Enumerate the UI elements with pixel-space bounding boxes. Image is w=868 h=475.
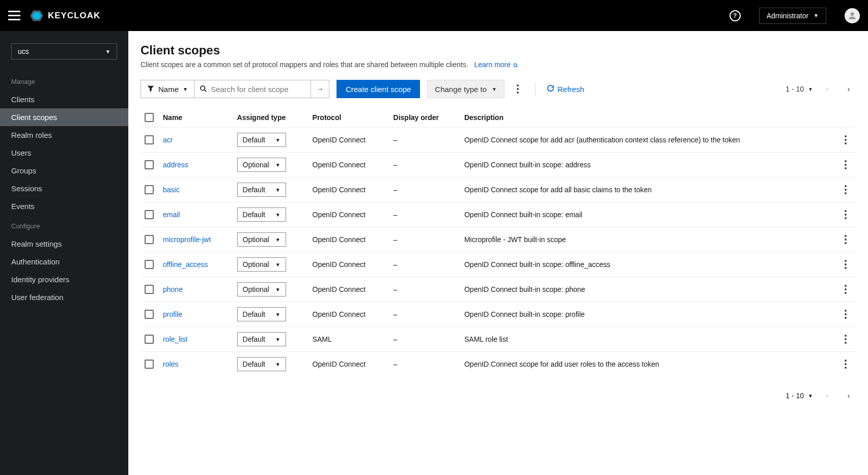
caret-down-icon: ▼ — [105, 49, 110, 54]
col-display-order: Display order — [389, 108, 460, 128]
row-checkbox[interactable] — [145, 185, 154, 194]
caret-down-icon: ▼ — [275, 312, 281, 317]
row-checkbox[interactable] — [145, 310, 154, 319]
table-row: profile Default ▼ OpenID Connect – OpenI… — [141, 302, 856, 327]
caret-down-icon: ▼ — [275, 287, 281, 292]
scope-name-link[interactable]: microprofile-jwt — [163, 235, 211, 244]
filter-label: Name — [158, 85, 179, 94]
top-pager: 1 - 10 ▼ ‹ › — [786, 82, 856, 96]
page-range-dropdown[interactable]: 1 - 10 ▼ — [786, 392, 813, 400]
user-menu[interactable]: Administrator ▼ — [759, 8, 826, 24]
refresh-button[interactable]: Refresh — [547, 84, 584, 94]
protocol-cell: OpenID Connect — [309, 352, 389, 377]
pager-next-button[interactable]: › — [842, 82, 856, 96]
assigned-type-select[interactable]: Default ▼ — [237, 133, 286, 147]
realm-selected-value: ucs — [18, 47, 29, 55]
chevron-left-icon: ‹ — [826, 392, 829, 400]
search-box — [194, 80, 311, 98]
row-checkbox[interactable] — [145, 335, 154, 344]
row-kebab-menu[interactable] — [839, 135, 852, 144]
brand-logo[interactable]: KEYCLOAK — [30, 9, 100, 23]
row-kebab-menu[interactable] — [839, 210, 852, 219]
protocol-cell: OpenID Connect — [309, 227, 389, 252]
scope-name-link[interactable]: profile — [163, 310, 182, 318]
protocol-cell: SAML — [309, 327, 389, 352]
assigned-type-select[interactable]: Optional ▼ — [237, 282, 286, 296]
assigned-type-select[interactable]: Default ▼ — [237, 183, 286, 197]
toolbar-kebab-menu[interactable] — [512, 84, 524, 94]
sidebar-item-authentication[interactable]: Authentication — [0, 253, 128, 271]
sidebar-item-groups[interactable]: Groups — [0, 162, 128, 180]
assigned-type-select[interactable]: Default ▼ — [237, 332, 286, 346]
row-kebab-menu[interactable] — [839, 185, 852, 194]
row-checkbox[interactable] — [145, 360, 154, 369]
scope-name-link[interactable]: role_list — [163, 335, 187, 343]
search-submit-button[interactable]: → — [311, 80, 329, 98]
keycloak-logo-icon — [30, 9, 44, 23]
assigned-type-select[interactable]: Optional ▼ — [237, 158, 286, 172]
row-checkbox[interactable] — [145, 260, 154, 269]
filter-group: Name ▼ → — [141, 80, 329, 98]
filter-dropdown[interactable]: Name ▼ — [141, 80, 194, 98]
row-checkbox[interactable] — [145, 235, 154, 244]
row-kebab-menu[interactable] — [839, 335, 852, 344]
realm-selector[interactable]: ucs ▼ — [11, 43, 117, 60]
col-description: Description — [460, 108, 835, 128]
table-row: phone Optional ▼ OpenID Connect – OpenID… — [141, 277, 856, 302]
row-checkbox[interactable] — [145, 285, 154, 294]
pager-prev-button[interactable]: ‹ — [820, 82, 834, 96]
table-row: acr Default ▼ OpenID Connect – OpenID Co… — [141, 128, 856, 153]
sidebar-item-sessions[interactable]: Sessions — [0, 180, 128, 197]
table-row: role_list Default ▼ SAML – SAML role lis… — [141, 327, 856, 352]
sidebar-item-identity-providers[interactable]: Identity providers — [0, 271, 128, 288]
row-kebab-menu[interactable] — [839, 285, 852, 294]
pager-prev-button[interactable]: ‹ — [820, 389, 834, 403]
page-title: Client scopes — [141, 43, 856, 57]
scope-name-link[interactable]: email — [163, 211, 180, 219]
scope-name-link[interactable]: phone — [163, 285, 183, 293]
sidebar-item-realm-roles[interactable]: Realm roles — [0, 126, 128, 144]
learn-more-link[interactable]: Learn more ⧉ — [474, 61, 518, 69]
sidebar-item-user-federation[interactable]: User federation — [0, 288, 128, 306]
row-kebab-menu[interactable] — [839, 310, 852, 319]
caret-down-icon: ▼ — [275, 362, 281, 367]
page-range-dropdown[interactable]: 1 - 10 ▼ — [786, 85, 813, 93]
pager-next-button[interactable]: › — [842, 389, 856, 403]
col-protocol: Protocol — [309, 108, 389, 128]
assigned-type-select[interactable]: Optional ▼ — [237, 257, 286, 272]
scope-name-link[interactable]: basic — [163, 186, 180, 194]
row-kebab-menu[interactable] — [839, 260, 852, 269]
row-checkbox[interactable] — [145, 160, 154, 169]
assigned-type-select[interactable]: Optional ▼ — [237, 232, 286, 247]
sidebar-item-client-scopes[interactable]: Client scopes — [0, 108, 128, 126]
display-order-cell: – — [389, 227, 460, 252]
assigned-type-select[interactable]: Default ▼ — [237, 307, 286, 321]
help-icon[interactable]: ? — [730, 10, 741, 21]
scope-name-link[interactable]: address — [163, 161, 188, 169]
sidebar-section-configure: Configure — [0, 215, 128, 235]
description-cell: OpenID Connect built-in scope: email — [460, 202, 835, 227]
sidebar-item-clients[interactable]: Clients — [0, 91, 128, 108]
caret-down-icon: ▼ — [275, 162, 281, 168]
create-client-scope-button[interactable]: Create client scope — [337, 80, 420, 98]
scope-name-link[interactable]: acr — [163, 136, 173, 144]
assigned-type-select[interactable]: Default ▼ — [237, 207, 286, 222]
change-type-dropdown[interactable]: Change type to ▼ — [427, 80, 505, 98]
row-kebab-menu[interactable] — [839, 235, 852, 244]
sidebar-item-realm-settings[interactable]: Realm settings — [0, 235, 128, 253]
row-checkbox[interactable] — [145, 135, 154, 144]
search-input[interactable] — [211, 85, 307, 94]
row-kebab-menu[interactable] — [839, 160, 852, 169]
select-all-checkbox[interactable] — [145, 113, 154, 122]
sidebar-item-events[interactable]: Events — [0, 197, 128, 215]
caret-down-icon: ▼ — [492, 86, 497, 92]
assigned-type-select[interactable]: Default ▼ — [237, 357, 286, 371]
row-kebab-menu[interactable] — [839, 360, 852, 369]
hamburger-icon[interactable] — [8, 10, 20, 22]
caret-down-icon: ▼ — [183, 86, 188, 92]
scope-name-link[interactable]: offline_access — [163, 260, 208, 269]
row-checkbox[interactable] — [145, 210, 154, 219]
avatar[interactable] — [845, 8, 860, 23]
scope-name-link[interactable]: roles — [163, 360, 178, 368]
sidebar-item-users[interactable]: Users — [0, 144, 128, 162]
